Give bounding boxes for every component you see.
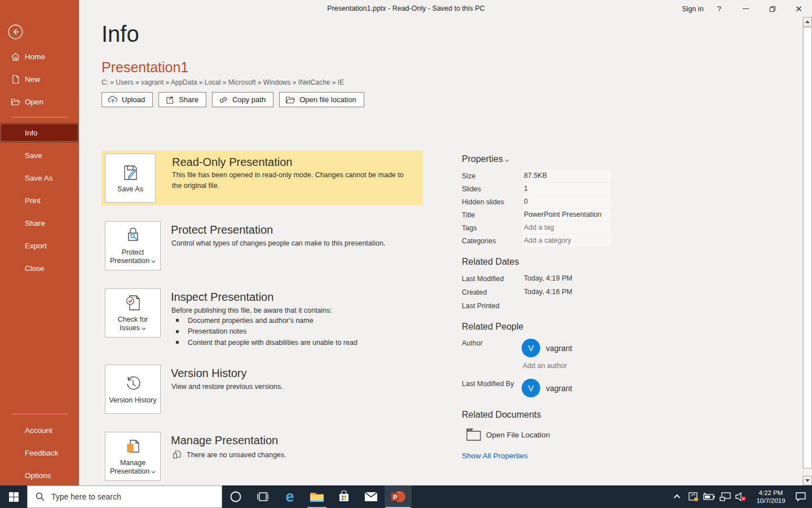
- upload-cloud-icon: [108, 95, 118, 105]
- task-view-icon: [257, 491, 269, 503]
- open-file-location-button[interactable]: Open file location: [279, 92, 364, 107]
- sidebar-item-feedback[interactable]: Feedback: [0, 443, 79, 462]
- system-tray: 4:22 PM 10/7/2019: [670, 485, 812, 508]
- version-history-description: View and restore previous versions.: [171, 382, 408, 392]
- copy-path-button[interactable]: Copy path: [212, 92, 273, 107]
- inspect-document-icon: [123, 294, 143, 313]
- date-row-last-modified: Last ModifiedToday, 4:19 PM: [462, 272, 610, 285]
- related-dates-header: Related Dates: [462, 257, 519, 267]
- battery-icon[interactable]: [703, 485, 716, 508]
- document-path: C: » Users » vagrant » AppData » Local »…: [102, 78, 344, 86]
- read-only-description: This file has been opened in read-only m…: [172, 170, 406, 191]
- vertical-scrollbar: [802, 17, 812, 485]
- last-modified-by-person[interactable]: V vagrant: [522, 379, 572, 397]
- list-item: Content that people with disabilities ar…: [172, 337, 358, 348]
- link-icon: [218, 95, 228, 105]
- cortana-icon: [230, 491, 242, 503]
- read-only-title: Read-Only Presentation: [172, 156, 292, 169]
- property-row-categories: CategoriesAdd a category: [462, 234, 610, 247]
- sidebar-item-share[interactable]: Share: [0, 213, 79, 233]
- manage-title: Manage Presentation: [171, 434, 278, 447]
- windows-logo-icon: [9, 492, 19, 502]
- show-all-properties-link[interactable]: Show All Properties: [462, 452, 528, 460]
- onedrive-status-icon[interactable]: [687, 485, 700, 508]
- sidebar-item-save[interactable]: Save: [0, 146, 79, 165]
- version-history-button[interactable]: Version History: [105, 365, 161, 414]
- open-file-location-link[interactable]: Open File Location: [466, 428, 550, 441]
- minimize-button[interactable]: [732, 0, 759, 17]
- search-icon: [36, 492, 45, 501]
- unsaved-document-icon: [172, 450, 182, 459]
- sidebar-divider: [11, 117, 68, 117]
- mail-button[interactable]: [358, 485, 385, 508]
- property-row-tags: TagsAdd a tag: [462, 221, 610, 234]
- check-for-issues-button[interactable]: Check for Issues: [105, 288, 161, 338]
- volume-muted-icon[interactable]: [734, 485, 748, 508]
- tray-expand-button[interactable]: [671, 485, 685, 508]
- sidebar-item-open[interactable]: Open: [0, 92, 79, 111]
- restore-button[interactable]: [759, 0, 785, 17]
- manage-presentation-button[interactable]: Manage Presentation: [105, 432, 161, 481]
- store-button[interactable]: [330, 485, 358, 508]
- share-icon: [165, 95, 175, 105]
- date-row-last-printed: Last Printed: [462, 299, 610, 312]
- scroll-down-button[interactable]: [803, 476, 812, 485]
- page-title: Info: [102, 21, 139, 47]
- folder-icon: [285, 95, 295, 105]
- open-folder-icon: [11, 97, 20, 107]
- save-as-icon: [121, 163, 140, 182]
- sidebar-item-print[interactable]: Print: [0, 191, 79, 210]
- start-button[interactable]: [0, 485, 27, 508]
- folder-icon: [466, 428, 481, 441]
- sidebar-item-export[interactable]: Export: [0, 236, 79, 255]
- search-input[interactable]: [51, 492, 198, 501]
- property-row-title: TitlePowerPoint Presentation: [462, 208, 610, 221]
- powerpoint-icon: P: [390, 489, 406, 505]
- sidebar-item-home[interactable]: Home: [0, 47, 79, 66]
- taskbar-clock[interactable]: 4:22 PM 10/7/2019: [752, 489, 789, 505]
- clock-time: 4:22 PM: [752, 489, 789, 497]
- action-center-button[interactable]: [794, 485, 807, 508]
- mail-icon: [364, 492, 378, 502]
- sign-in-button[interactable]: Sign in: [679, 0, 706, 17]
- clock-date: 10/7/2019: [752, 497, 789, 505]
- chevron-down-icon: [151, 260, 156, 263]
- properties-header[interactable]: Properties: [462, 154, 509, 164]
- document-title: Presentation1: [102, 59, 188, 76]
- share-button[interactable]: Share: [158, 92, 206, 107]
- property-row-size: Size87.5KB: [462, 169, 610, 182]
- cortana-button[interactable]: [222, 485, 249, 508]
- task-view-button[interactable]: [249, 485, 276, 508]
- protect-description: Control what types of changes people can…: [171, 238, 408, 249]
- new-document-icon: [11, 75, 20, 84]
- network-icon[interactable]: [718, 485, 732, 508]
- taskbar-search[interactable]: [27, 485, 222, 508]
- sidebar-item-close[interactable]: Close: [0, 259, 79, 278]
- scrollbar-thumb[interactable]: [803, 27, 812, 468]
- chevron-down-icon: [142, 327, 146, 330]
- sidebar-item-options[interactable]: Options: [0, 466, 79, 485]
- powerpoint-backstage-window: Presentation1.pptx - Read-Only - Saved t…: [0, 0, 812, 508]
- upload-button[interactable]: Upload: [102, 92, 153, 107]
- chevron-up-icon: [674, 494, 680, 501]
- edge-button[interactable]: e: [276, 485, 303, 508]
- add-author-field[interactable]: Add an author: [523, 362, 567, 370]
- inspect-title: Inspect Presentation: [171, 291, 273, 304]
- scroll-down-icon: [805, 479, 810, 482]
- close-button[interactable]: ✕: [785, 0, 812, 17]
- protect-presentation-button[interactable]: Protect Presentation: [105, 221, 161, 270]
- edge-icon: e: [285, 489, 294, 505]
- back-button[interactable]: [8, 24, 23, 40]
- sidebar-item-save-as[interactable]: Save As: [0, 168, 79, 187]
- sidebar-item-account[interactable]: Account: [0, 421, 79, 440]
- back-arrow-icon: [8, 24, 23, 40]
- scroll-up-button[interactable]: [803, 17, 812, 27]
- scroll-up-icon: [805, 20, 810, 23]
- help-button[interactable]: ?: [706, 0, 732, 17]
- sidebar-item-new[interactable]: New: [0, 69, 79, 89]
- author-person[interactable]: V vagrant: [522, 339, 572, 357]
- save-as-button[interactable]: Save As: [105, 154, 156, 203]
- file-explorer-button[interactable]: [303, 485, 330, 508]
- powerpoint-button[interactable]: P: [385, 485, 412, 508]
- sidebar-item-info[interactable]: Info: [0, 123, 79, 142]
